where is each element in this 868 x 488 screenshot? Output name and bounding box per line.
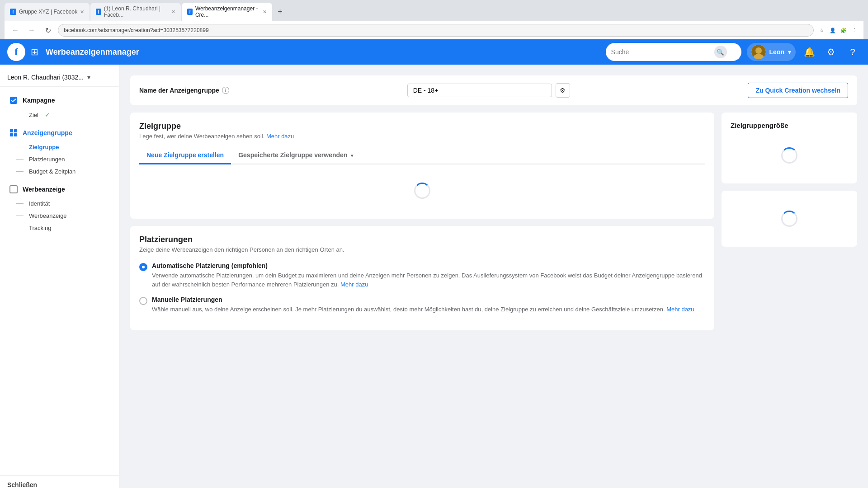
- tab-2-label: (1) Leon R. Chaudhari | Faceb...: [104, 5, 169, 18]
- avatar: [751, 45, 766, 59]
- radio-manuell-label: Manuelle Platzierungen: [152, 296, 694, 303]
- zielgruppe-tabs: Neue Zielgruppe erstellen Gespeicherte Z…: [139, 147, 705, 164]
- zielgruppe-loading: [139, 172, 705, 210]
- browser-chrome: f Gruppe XYZ | Facebook ✕ f (1) Leon R. …: [0, 0, 868, 39]
- grid-icon[interactable]: ⊞: [31, 47, 38, 57]
- zielgruppe-title: Zielgruppe: [139, 122, 705, 131]
- notifications-icon[interactable]: 🔔: [801, 44, 817, 60]
- browser-icons: ☆ 👤 🧩 ⋮: [817, 26, 859, 35]
- browser-tab-2[interactable]: f (1) Leon R. Chaudhari | Faceb... ✕: [90, 3, 181, 21]
- info-icon[interactable]: i: [222, 87, 229, 94]
- main-column: Zielgruppe Lege fest, wer deine Werbeanz…: [130, 113, 714, 330]
- tab-3-label: Werbeanzeigenmanager - Cre...: [195, 5, 260, 18]
- tracking-label: Tracking: [29, 225, 51, 231]
- sidebar-item-kampagne[interactable]: Kampagne: [2, 92, 117, 108]
- square-icon: [9, 185, 18, 194]
- two-col-layout: Zielgruppe Lege fest, wer deine Werbeanz…: [130, 113, 857, 330]
- account-name: Leon R. Chaudhari (3032...: [7, 74, 84, 81]
- anzeigengruppe-label: Anzeigengruppe: [23, 129, 72, 136]
- zielgruppe-mehr-dazu-link[interactable]: Mehr dazu: [266, 133, 294, 140]
- radio-automatisch-button[interactable]: [139, 263, 147, 271]
- quick-creation-button[interactable]: Zu Quick Creation wechseln: [748, 83, 848, 98]
- main-layout: Leon R. Chaudhari (3032... ▾ Kampagne Zi…: [0, 65, 868, 488]
- browser-tab-3[interactable]: f Werbeanzeigenmanager - Cre... ✕: [182, 3, 272, 21]
- account-chevron-icon: ▾: [87, 74, 90, 81]
- user-pill[interactable]: Leon ▾: [747, 43, 796, 61]
- radio-automatisch-content: Automatische Platzierung (empfohlen) Ver…: [152, 262, 705, 289]
- tab-3-close[interactable]: ✕: [263, 9, 267, 15]
- tab-2-close[interactable]: ✕: [171, 9, 175, 15]
- content-area: Name der Anzeigengruppe i ⚙ Zu Quick Cre…: [119, 65, 868, 488]
- ziel-label: Ziel: [29, 112, 38, 118]
- zielgruppe-spinner: [414, 183, 430, 199]
- url-bar[interactable]: facebook.com/adsmanager/creation?act=303…: [58, 24, 814, 37]
- search-input[interactable]: [611, 48, 711, 56]
- ad-name-input-wrap: ⚙: [407, 83, 570, 98]
- fb-logo: f: [7, 43, 25, 61]
- radio-automatisch-desc: Verwende automatische Platzierungen, um …: [152, 271, 705, 289]
- sidebar-sub-item-zielgruppe[interactable]: Zielgruppe: [0, 141, 119, 153]
- ad-name-bar: Name der Anzeigengruppe i ⚙ Zu Quick Cre…: [130, 75, 857, 105]
- reload-button[interactable]: ↻: [42, 24, 54, 37]
- zielgruppen-groesse-card-2: [722, 191, 857, 247]
- url-text: facebook.com/adsmanager/creation?act=303…: [64, 27, 209, 33]
- search-button[interactable]: 🔍: [714, 46, 727, 58]
- close-button[interactable]: Schließen: [0, 475, 119, 488]
- zielgruppen-groesse-card: Zielgruppengröße: [722, 113, 857, 183]
- zielgruppen-groesse-title: Zielgruppengröße: [731, 122, 788, 129]
- tab-1-close[interactable]: ✕: [80, 9, 84, 15]
- app-name: Werbeanzeigenmanager: [46, 47, 139, 57]
- sidebar-sub-item-platzierungen[interactable]: Platzierungen: [0, 153, 119, 165]
- browser-tab-1[interactable]: f Gruppe XYZ | Facebook ✕: [5, 3, 90, 21]
- sidebar-account[interactable]: Leon R. Chaudhari (3032... ▾: [0, 70, 119, 87]
- manuell-mehr-dazu-link[interactable]: Mehr dazu: [666, 306, 694, 313]
- settings-icon[interactable]: ⚙: [823, 44, 839, 60]
- search-icon: 🔍: [717, 49, 724, 56]
- radio-manuell-content: Manuelle Platzierungen Wähle manuell aus…: [152, 296, 694, 314]
- gespeicherte-chevron-icon: ▾: [351, 153, 353, 158]
- extension-icon[interactable]: 🧩: [839, 26, 848, 35]
- sidebar-sub-item-budget-zeitplan[interactable]: Budget & Zeitplan: [0, 165, 119, 178]
- svg-rect-7: [14, 133, 17, 136]
- sidebar-item-anzeigengruppe[interactable]: Anzeigengruppe: [2, 125, 117, 141]
- help-icon[interactable]: ?: [844, 44, 861, 60]
- bookmark-icon[interactable]: ☆: [817, 26, 826, 35]
- sidebar-sub-item-identitaet[interactable]: Identität: [0, 197, 119, 210]
- checkbox-icon: [9, 96, 18, 105]
- platzierungen-card: Platzierungen Zeige deine Werbeanzeigen …: [130, 226, 714, 330]
- radio-manuell-button[interactable]: [139, 297, 147, 305]
- identitaet-label: Identität: [29, 200, 50, 207]
- sidebar-sub-item-werbeanzeige-item[interactable]: Werbeanzeige: [0, 210, 119, 222]
- tab-neue-zielgruppe[interactable]: Neue Zielgruppe erstellen: [139, 147, 231, 164]
- ad-name-input[interactable]: [407, 84, 552, 97]
- svg-rect-5: [14, 129, 17, 132]
- radio-automatisch: Automatische Platzierung (empfohlen) Ver…: [139, 262, 705, 289]
- platzierungen-title: Platzierungen: [139, 235, 705, 244]
- tab-gespeicherte-zielgruppe[interactable]: Gespeicherte Zielgruppe verwenden ▾: [231, 147, 360, 164]
- ad-name-gear-button[interactable]: ⚙: [556, 83, 570, 98]
- profile-icon[interactable]: 👤: [828, 26, 837, 35]
- forward-button[interactable]: →: [25, 24, 38, 37]
- menu-icon[interactable]: ⋮: [850, 26, 859, 35]
- svg-point-1: [755, 47, 762, 54]
- search-bar[interactable]: 🔍: [606, 43, 741, 61]
- new-tab-button[interactable]: +: [273, 3, 287, 21]
- svg-rect-4: [10, 129, 13, 132]
- sidebar-sub-item-tracking[interactable]: Tracking: [0, 222, 119, 234]
- sidebar-section-werbeanzeige: Werbeanzeige Identität Werbeanzeige Trac…: [0, 179, 119, 236]
- radio-manuell-desc: Wähle manuell aus, wo deine Anzeige ersc…: [152, 305, 694, 314]
- werbeanzeige-label: Werbeanzeige: [23, 186, 65, 193]
- ziel-check-icon: ✓: [45, 111, 50, 118]
- kampagne-label: Kampagne: [23, 97, 55, 104]
- sidebar-item-werbeanzeige[interactable]: Werbeanzeige: [2, 181, 117, 197]
- ad-name-label-text: Name der Anzeigengruppe: [139, 87, 219, 94]
- automatisch-mehr-dazu-link[interactable]: Mehr dazu: [340, 281, 368, 288]
- platzierungen-subtitle: Zeige deine Werbeanzeigen den richtigen …: [139, 246, 705, 253]
- sidebar: Leon R. Chaudhari (3032... ▾ Kampagne Zi…: [0, 65, 119, 488]
- zielgruppe-subtitle: Lege fest, wer deine Werbeanzeigen sehen…: [139, 133, 705, 140]
- back-button[interactable]: ←: [9, 24, 22, 37]
- radio-automatisch-label: Automatische Platzierung (empfohlen): [152, 262, 705, 269]
- sidebar-sub-item-ziel[interactable]: Ziel ✓: [0, 108, 119, 121]
- svg-rect-6: [10, 133, 13, 136]
- ad-name-label: Name der Anzeigengruppe i: [139, 87, 229, 94]
